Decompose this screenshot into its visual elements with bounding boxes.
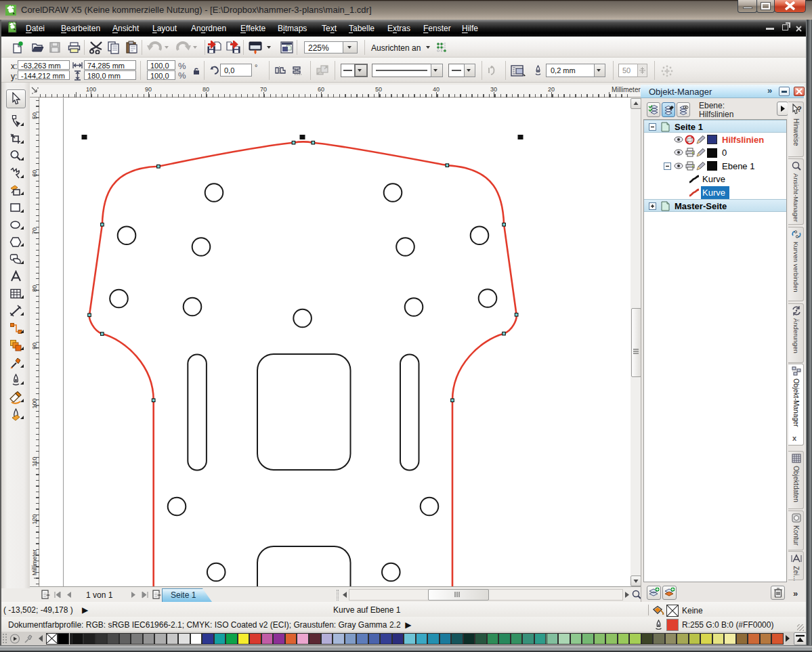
svg-text:?: ?	[797, 105, 802, 113]
